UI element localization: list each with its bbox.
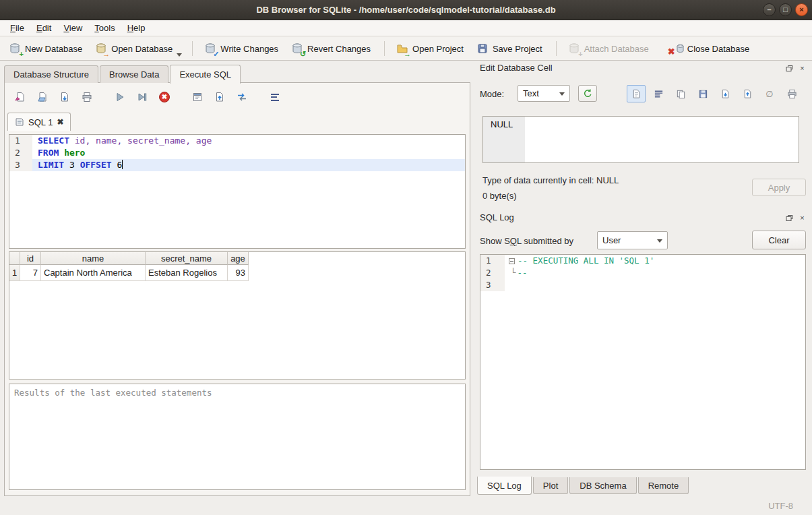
- mode-label: Mode:: [480, 89, 504, 99]
- sql-log-view[interactable]: 1 -- EXECUTING ALL IN 'SQL 1' 2 └-- 3: [480, 254, 806, 470]
- close-panel-icon[interactable]: ×: [797, 63, 807, 73]
- new-database-button[interactable]: + New Database: [3, 40, 88, 57]
- editor-line: 2 FROM hero: [9, 147, 465, 159]
- revert-changes-button[interactable]: ↺ Revert Changes: [286, 40, 376, 57]
- fold-marker-icon[interactable]: [509, 258, 515, 264]
- window-title: DB Browser for SQLite - /home/user/code/…: [256, 5, 555, 15]
- menu-tools[interactable]: Tools: [88, 20, 121, 36]
- export-icon: [214, 92, 225, 102]
- save-cell-button[interactable]: [693, 85, 712, 102]
- cell-name[interactable]: Captain North America: [41, 265, 146, 281]
- clear-log-button[interactable]: Clear: [752, 231, 806, 249]
- sql-code-editor[interactable]: 1 SELECT id, name, secret_name, age 2 FR…: [9, 134, 466, 249]
- null-icon: ∅: [766, 89, 773, 99]
- menu-bar: File Edit View Tools Help: [0, 20, 812, 36]
- float-panel-icon[interactable]: [784, 63, 794, 73]
- cell-value-editor[interactable]: NULL: [482, 116, 799, 163]
- maximize-button[interactable]: □: [779, 3, 792, 16]
- cell-age[interactable]: 93: [228, 265, 249, 281]
- export-sql-button[interactable]: [211, 88, 228, 106]
- dock-tab-remote[interactable]: Remote: [638, 477, 689, 494]
- set-null-button[interactable]: ∅: [760, 85, 779, 102]
- float-panel-icon[interactable]: [784, 213, 794, 223]
- sql-editor-tab[interactable]: SQL 1 ✖: [7, 113, 71, 131]
- export-icon: [743, 89, 753, 99]
- print-sql-button[interactable]: [78, 88, 96, 106]
- auto-refresh-cell-button[interactable]: [578, 85, 597, 102]
- toolbar-separator: [384, 41, 385, 56]
- apply-button: Apply: [752, 179, 806, 196]
- menu-help[interactable]: Help: [121, 20, 152, 36]
- import-cell-data-button[interactable]: [716, 85, 735, 102]
- execute-current-line-button[interactable]: [133, 88, 151, 106]
- stop-execution-button[interactable]: ✖: [156, 88, 173, 106]
- log-filter-combobox[interactable]: User: [597, 231, 668, 249]
- log-line: 2 └--: [480, 267, 805, 279]
- align-lines-icon: [654, 89, 664, 99]
- log-line-number: 1: [480, 255, 505, 267]
- tab-browse-data[interactable]: Browse Data: [100, 65, 168, 83]
- write-changes-button[interactable]: ✓ Write Changes: [199, 40, 284, 57]
- open-database-button[interactable]: → Open Database: [90, 40, 178, 57]
- dock-tab-db-schema[interactable]: DB Schema: [569, 477, 636, 494]
- new-database-icon: +: [9, 42, 21, 55]
- script-icon: [15, 117, 24, 127]
- print-cell-button[interactable]: [782, 85, 801, 102]
- save-project-button[interactable]: Save Project: [471, 40, 548, 57]
- text-cursor: [122, 160, 123, 169]
- cell-editor-toolbar: ∅: [627, 85, 801, 102]
- dock-tab-sql-log[interactable]: SQL Log: [477, 477, 532, 495]
- format-icon: [271, 94, 279, 101]
- close-button[interactable]: ×: [795, 3, 808, 16]
- panel-splitter[interactable]: [473, 62, 474, 496]
- format-sql-button[interactable]: [266, 88, 284, 106]
- log-line: 3: [480, 279, 805, 291]
- sql-log-title: SQL Log: [480, 212, 514, 222]
- save-sql-file-button[interactable]: [56, 88, 73, 106]
- text-view-button[interactable]: [627, 85, 646, 102]
- results-message-pane: Results of the last executed statements: [9, 384, 466, 490]
- copy-cell-button[interactable]: [671, 85, 690, 102]
- menu-file[interactable]: File: [4, 20, 30, 36]
- export-cell-data-button[interactable]: [738, 85, 757, 102]
- line-number: 3: [9, 159, 32, 171]
- column-header-secret-name[interactable]: secret_name: [146, 252, 228, 265]
- tab-execute-sql[interactable]: Execute SQL: [170, 65, 241, 84]
- sql-log-dock-header: SQL Log: [480, 212, 514, 222]
- find-replace-button[interactable]: [233, 88, 251, 106]
- cell-value-text: NULL: [483, 117, 525, 162]
- sql-editor-tab-bar: SQL 1 ✖: [7, 113, 71, 131]
- dock-tab-bar: SQL Log Plot DB Schema Remote: [477, 477, 690, 495]
- minimize-button[interactable]: –: [763, 3, 776, 16]
- cell-secret-name[interactable]: Esteban Rogelios: [146, 265, 228, 281]
- write-changes-icon: ✓: [204, 42, 216, 55]
- save-file-icon: [59, 92, 70, 102]
- execute-all-icon: [115, 92, 125, 102]
- open-sql-file-button[interactable]: [34, 88, 51, 106]
- close-panel-icon[interactable]: ×: [797, 213, 807, 223]
- column-header-age[interactable]: age: [228, 252, 249, 265]
- dock-tab-plot[interactable]: Plot: [533, 477, 568, 494]
- document-icon: [631, 89, 642, 99]
- open-sql-in-editor-button[interactable]: [189, 88, 206, 106]
- corner-header-cell: [9, 252, 20, 265]
- menu-edit[interactable]: Edit: [30, 20, 57, 36]
- column-header-id[interactable]: id: [20, 252, 41, 265]
- toolbar-separator: [556, 41, 557, 56]
- open-database-dropdown-icon[interactable]: [177, 53, 182, 57]
- tab-database-structure[interactable]: Database Structure: [4, 65, 98, 83]
- line-number: 1: [9, 135, 32, 147]
- menu-view[interactable]: View: [57, 20, 88, 36]
- execute-all-button[interactable]: [111, 88, 129, 106]
- open-project-button[interactable]: → Open Project: [391, 40, 469, 57]
- cell-id[interactable]: 7: [20, 265, 41, 281]
- attach-database-icon: +: [568, 42, 580, 55]
- sql-editor-toolbar: ✖: [11, 88, 288, 106]
- new-tab-icon: [15, 92, 26, 102]
- open-sql-new-tab-button[interactable]: [11, 88, 29, 106]
- close-database-button[interactable]: ✖ Close Database: [666, 40, 755, 57]
- mode-combobox[interactable]: Text: [518, 85, 570, 102]
- column-header-name[interactable]: name: [41, 252, 146, 265]
- word-wrap-button[interactable]: [649, 85, 668, 102]
- close-tab-icon[interactable]: ✖: [57, 117, 63, 127]
